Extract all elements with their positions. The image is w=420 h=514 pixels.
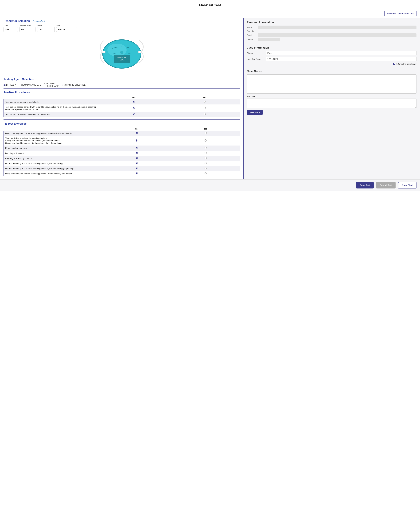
pre-test-section: Pre-Test Procedures Yes No Test subject … bbox=[4, 91, 240, 117]
add-note-label: Add Note bbox=[247, 95, 416, 98]
exercise-row-6: Normal breathing in a normal standing po… bbox=[4, 161, 240, 166]
exercise-row-2-text: Turn head side to side while standing in… bbox=[4, 136, 103, 146]
months-checkbox[interactable] bbox=[393, 63, 395, 65]
manufacturer-label: Manufacturer bbox=[20, 24, 36, 27]
testing-agent-row: BITREX ™ ISOAMYL ACETATE SODIUMSACCHARIN… bbox=[4, 82, 240, 87]
agent-bitrex-label[interactable]: BITREX ™ bbox=[4, 84, 16, 86]
type-input[interactable] bbox=[4, 27, 18, 32]
pre-test-row-3: Test subject received a description of t… bbox=[4, 112, 240, 117]
exercise-yes-header: Yes bbox=[102, 127, 171, 131]
due-date-label: Next Due Date: bbox=[247, 58, 266, 60]
pre-test-row-1: Test subject conducted a seal check bbox=[4, 99, 240, 104]
testing-agent-section: Testing Agent Selection BITREX ™ ISOAMYL… bbox=[4, 78, 240, 87]
exercise-row-7-text: Normal breathing in a normal standing po… bbox=[4, 166, 103, 171]
exercise-row-8: Deep breathing in a normal standing posi… bbox=[4, 171, 240, 176]
bottom-bar: Save Test Cancel Test Clear Test bbox=[0, 179, 420, 191]
exercise-row-1: Deep breathing in a normal standing posi… bbox=[4, 131, 240, 136]
type-label: Type bbox=[4, 24, 18, 27]
name-label: Name: bbox=[247, 26, 258, 29]
email-row: Email: bbox=[247, 33, 416, 37]
model-input[interactable] bbox=[37, 27, 55, 32]
email-value bbox=[258, 33, 416, 37]
exercise-row-8-text: Deep breathing in a normal standing posi… bbox=[4, 171, 103, 176]
switch-to-quantitative-button[interactable]: Switch to Quantitative Test bbox=[384, 11, 416, 16]
exercise-row-3: Move head up and down: bbox=[4, 146, 240, 151]
svg-text:LOT B14279: LOT B14279 bbox=[119, 60, 125, 61]
pre-test-row-2-yes[interactable] bbox=[99, 104, 169, 112]
fit-exercises-table: Yes No Deep breathing in a normal standi… bbox=[4, 127, 240, 176]
exercise-row-2: Turn head side to side while standing in… bbox=[4, 136, 240, 146]
cancel-test-button[interactable]: Cancel Test bbox=[376, 182, 396, 189]
pre-test-row-2: Test subject assess comfort with regard … bbox=[4, 104, 240, 112]
manufacturer-field-group: Manufacturer bbox=[20, 24, 36, 32]
agent-stannic-label[interactable]: STANNIC CHLORIDE bbox=[62, 84, 85, 86]
clear-test-button[interactable]: Clear Test bbox=[398, 182, 416, 189]
pre-test-row-2-no[interactable] bbox=[169, 104, 240, 112]
agent-isoamyl-radio[interactable] bbox=[20, 84, 22, 86]
save-test-button[interactable]: Save Test bbox=[356, 182, 374, 189]
top-bar: Switch to Quantitative Test bbox=[0, 9, 420, 18]
svg-rect-7 bbox=[139, 51, 141, 52]
pre-test-no-header: No bbox=[169, 96, 240, 99]
page-title: Mask Fit Test bbox=[0, 0, 420, 9]
pre-test-yes-header: Yes bbox=[99, 96, 169, 99]
fit-exercises-section: Fit-Test Exercises Yes No Deep breathing… bbox=[4, 122, 240, 176]
size-input[interactable] bbox=[56, 27, 77, 32]
name-value bbox=[258, 26, 416, 29]
pre-test-row-3-no[interactable] bbox=[169, 112, 240, 117]
status-input[interactable] bbox=[266, 51, 416, 55]
previous-test-link[interactable]: Previous Test bbox=[32, 20, 45, 22]
exercise-row-6-text: Normal breathing in a normal standing po… bbox=[4, 161, 103, 166]
exercise-no-header: No bbox=[171, 127, 240, 131]
agent-sodium-label[interactable]: SODIUMSACCHARIN bbox=[45, 82, 60, 87]
exercise-row-5-text: Reading or speaking out loud: bbox=[4, 156, 103, 161]
due-date-row: Next Due Date: bbox=[247, 57, 416, 61]
empid-row: Emp ID: bbox=[247, 30, 416, 32]
testing-agent-title: Testing Agent Selection bbox=[4, 78, 240, 81]
months-checkbox-row: 12 months from today bbox=[247, 63, 416, 65]
agent-sodium-radio[interactable] bbox=[45, 83, 46, 85]
agent-stannic-radio[interactable] bbox=[62, 84, 65, 86]
status-label: Status: bbox=[247, 52, 266, 54]
model-label: Model bbox=[37, 24, 55, 27]
pre-test-row-2-text: Test subject assess comfort with regard … bbox=[4, 104, 99, 112]
status-row: Status: bbox=[247, 51, 416, 55]
phone-value bbox=[258, 38, 280, 41]
pre-test-row-3-text: Test subject received a description of t… bbox=[4, 112, 99, 117]
months-checkbox-label: 12 months from today bbox=[396, 63, 416, 65]
due-date-input[interactable] bbox=[266, 57, 416, 61]
right-panel: Personal Information Name: Emp ID: Email… bbox=[244, 18, 420, 179]
pre-test-table: Yes No Test subject conducted a seal che… bbox=[4, 96, 240, 117]
pre-test-row-1-text: Test subject conducted a seal check bbox=[4, 99, 99, 104]
pre-test-row-1-no[interactable] bbox=[169, 99, 240, 104]
case-info-title: Case Information bbox=[247, 46, 416, 49]
mask-image-area: NIOSH 3M 1860 N95 LOT B14279 bbox=[4, 34, 240, 74]
email-label: Email: bbox=[247, 34, 258, 37]
exercise-row-5: Reading or speaking out loud: bbox=[4, 156, 240, 161]
empid-label: Emp ID: bbox=[247, 30, 258, 32]
phone-row: Phone: bbox=[247, 38, 416, 41]
respirator-fields: Type Manufacturer Model Size bbox=[4, 24, 240, 32]
add-note-input[interactable] bbox=[247, 99, 416, 108]
personal-info-title: Personal Information bbox=[247, 21, 416, 24]
svg-text:N95: N95 bbox=[121, 59, 123, 60]
manufacturer-input[interactable] bbox=[20, 27, 36, 32]
case-notes-display bbox=[247, 74, 416, 94]
agent-isoamyl-label[interactable]: ISOAMYL ACETATE bbox=[20, 84, 41, 86]
svg-point-2 bbox=[107, 44, 127, 56]
exercise-row-3-text: Move head up and down: bbox=[4, 146, 103, 151]
pre-test-row-3-yes[interactable] bbox=[99, 112, 169, 117]
exercise-row-4-text: Bending at the waist: bbox=[4, 151, 103, 156]
svg-text:NIOSH 3M 1860: NIOSH 3M 1860 bbox=[117, 57, 127, 58]
mask-image: NIOSH 3M 1860 N95 LOT B14279 bbox=[99, 36, 144, 71]
phone-label: Phone: bbox=[247, 38, 258, 41]
left-panel: Respirator Selection Previous Test Type … bbox=[0, 18, 244, 179]
type-field-group: Type bbox=[4, 24, 18, 32]
pre-test-row-1-yes[interactable] bbox=[99, 99, 169, 104]
save-note-button[interactable]: Save Note bbox=[247, 110, 262, 115]
case-notes-title: Case Notes bbox=[247, 70, 416, 73]
size-field-group: Size bbox=[56, 24, 77, 32]
agent-bitrex-radio[interactable] bbox=[4, 84, 6, 86]
svg-point-13 bbox=[121, 51, 123, 53]
pre-test-title: Pre-Test Procedures bbox=[4, 91, 240, 94]
